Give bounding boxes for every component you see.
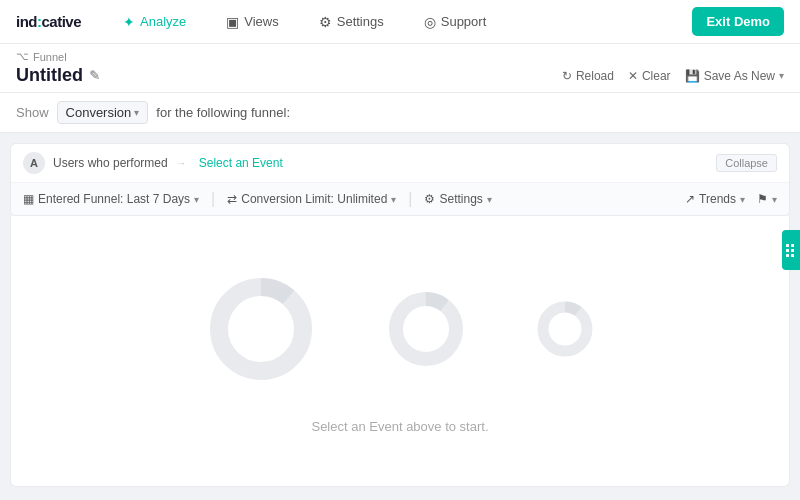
reload-icon: ↻ xyxy=(562,69,572,83)
donut-small-svg xyxy=(531,295,599,363)
filter-row: ▦ Entered Funnel: Last 7 Days ▾ | ⇄ Conv… xyxy=(11,183,789,215)
settings-filter-label: Settings xyxy=(439,192,482,206)
edit-title-icon[interactable]: ✎ xyxy=(89,68,100,83)
filter-divider: | xyxy=(211,190,215,208)
empty-state-text: Select an Event above to start. xyxy=(311,419,488,434)
calendar-icon: ▦ xyxy=(23,192,34,206)
settings-filter-icon: ⚙ xyxy=(424,192,435,206)
top-nav: ind:cative ✦ Analyze ▣ Views ⚙ Settings … xyxy=(0,0,800,44)
conversion-chevron-icon: ▾ xyxy=(134,107,139,118)
clear-button[interactable]: ✕ Clear xyxy=(628,69,671,83)
donut-large-svg xyxy=(201,269,321,389)
flag-chevron-icon: ▾ xyxy=(772,194,777,205)
sidebar-toggle-icon xyxy=(786,243,796,257)
conversion-value: Conversion xyxy=(66,105,132,120)
entered-funnel-button[interactable]: ▦ Entered Funnel: Last 7 Days ▾ xyxy=(23,192,199,206)
title-row: Untitled ✎ ↻ Reload ✕ Clear 💾 Save As Ne… xyxy=(16,65,784,92)
entered-funnel-chevron-icon: ▾ xyxy=(194,194,199,205)
subheader: ⌥ Funnel Untitled ✎ ↻ Reload ✕ Clear 💾 S… xyxy=(0,44,800,93)
entered-funnel-label: Entered Funnel: Last 7 Days xyxy=(38,192,190,206)
avatar: A xyxy=(23,152,45,174)
svg-rect-11 xyxy=(791,254,794,257)
save-as-new-label: Save As New xyxy=(704,69,775,83)
title-actions: ↻ Reload ✕ Clear 💾 Save As New ▾ xyxy=(562,69,784,83)
svg-rect-9 xyxy=(791,244,794,247)
segment-block: A Users who performed → Select an Event … xyxy=(10,143,790,216)
conversion-limit-label: Conversion Limit: Unlimited xyxy=(241,192,387,206)
funnel-label: ⌥ Funnel xyxy=(16,50,784,63)
conversion-limit-button[interactable]: ⇄ Conversion Limit: Unlimited ▾ xyxy=(227,192,396,206)
analyze-icon: ✦ xyxy=(123,14,135,30)
exit-demo-button[interactable]: Exit Demo xyxy=(692,7,784,36)
svg-point-2 xyxy=(396,299,456,359)
nav-analyze-label: Analyze xyxy=(140,14,186,29)
segment-header: A Users who performed → Select an Event … xyxy=(11,144,789,183)
logo-text: ind:cative xyxy=(16,13,81,30)
donut-large xyxy=(201,269,321,389)
select-event-link[interactable]: Select an Event xyxy=(199,156,283,170)
trends-button[interactable]: ↗ Trends ▾ xyxy=(685,192,745,206)
arrow-icon: → xyxy=(176,157,187,169)
flag-button[interactable]: ⚑ ▾ xyxy=(757,192,777,206)
nav-analyze[interactable]: ✦ Analyze xyxy=(117,10,192,34)
show-bar: Show Conversion ▾ for the following funn… xyxy=(0,93,800,133)
nav-settings-label: Settings xyxy=(337,14,384,29)
logo: ind:cative xyxy=(16,13,81,30)
trends-icon: ↗ xyxy=(685,192,695,206)
conversion-dropdown[interactable]: Conversion ▾ xyxy=(57,101,149,124)
settings-filter-button[interactable]: ⚙ Settings ▾ xyxy=(424,192,491,206)
page-title: Untitled ✎ xyxy=(16,65,100,86)
trends-label: Trends xyxy=(699,192,736,206)
nav-support-label: Support xyxy=(441,14,487,29)
svg-rect-6 xyxy=(786,244,789,247)
nav-views-label: Views xyxy=(244,14,278,29)
charts-area: Select an Event above to start. xyxy=(10,216,790,487)
donut-medium xyxy=(381,284,471,374)
content-area: A Users who performed → Select an Event … xyxy=(0,133,800,497)
nav-settings[interactable]: ⚙ Settings xyxy=(313,10,390,34)
save-chevron-icon: ▾ xyxy=(779,70,784,81)
show-bar-text: for the following funnel: xyxy=(156,105,290,120)
flag-icon: ⚑ xyxy=(757,192,768,206)
trends-chevron-icon: ▾ xyxy=(740,194,745,205)
svg-rect-8 xyxy=(786,254,789,257)
conversion-limit-chevron-icon: ▾ xyxy=(391,194,396,205)
sidebar-toggle[interactable] xyxy=(782,230,800,270)
collapse-button[interactable]: Collapse xyxy=(716,154,777,172)
nav-views[interactable]: ▣ Views xyxy=(220,10,284,34)
save-as-new-button[interactable]: 💾 Save As New ▾ xyxy=(685,69,784,83)
funnel-text: Funnel xyxy=(33,51,67,63)
svg-rect-7 xyxy=(786,249,789,252)
settings-filter-chevron-icon: ▾ xyxy=(487,194,492,205)
settings-icon: ⚙ xyxy=(319,14,332,30)
filter-divider2: | xyxy=(408,190,412,208)
clear-icon: ✕ xyxy=(628,69,638,83)
clear-label: Clear xyxy=(642,69,671,83)
donut-small xyxy=(531,295,599,363)
donuts-row xyxy=(201,269,599,389)
funnel-icon: ⌥ xyxy=(16,50,29,63)
svg-point-4 xyxy=(543,307,587,351)
page-title-text: Untitled xyxy=(16,65,83,86)
support-icon: ◎ xyxy=(424,14,436,30)
show-label: Show xyxy=(16,105,49,120)
reload-button[interactable]: ↻ Reload xyxy=(562,69,614,83)
segment-description: Users who performed xyxy=(53,156,168,170)
views-icon: ▣ xyxy=(226,14,239,30)
save-icon: 💾 xyxy=(685,69,700,83)
conversion-limit-icon: ⇄ xyxy=(227,192,237,206)
donut-medium-svg xyxy=(381,284,471,374)
reload-label: Reload xyxy=(576,69,614,83)
nav-support[interactable]: ◎ Support xyxy=(418,10,493,34)
svg-rect-10 xyxy=(791,249,794,252)
svg-point-0 xyxy=(219,287,303,371)
